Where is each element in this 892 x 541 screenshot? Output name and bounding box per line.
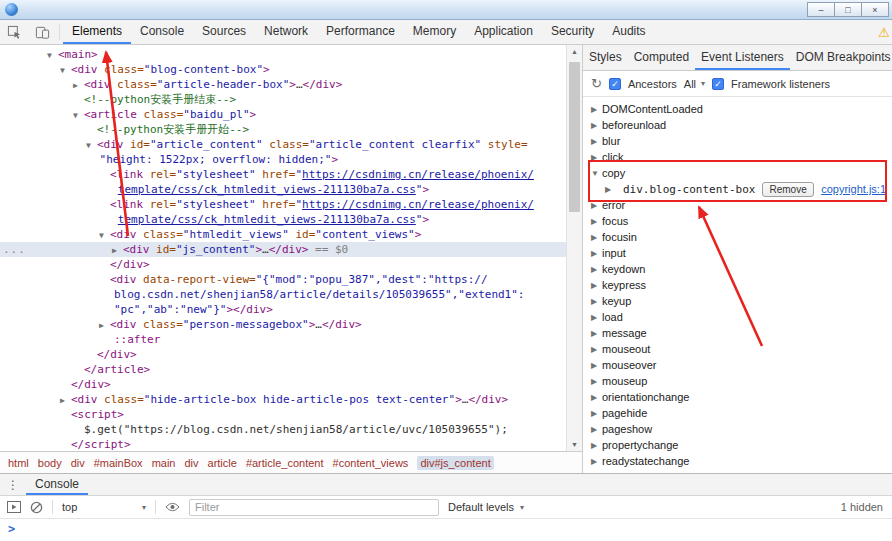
disclosure-arrow-icon[interactable]: ▶ [591,345,602,354]
disclosure-arrow-icon[interactable]: ▶ [591,425,602,434]
disclosure-arrow-icon[interactable]: ▶ [591,217,602,226]
disclosure-arrow-icon[interactable]: ▶ [591,409,602,418]
tab-console-drawer[interactable]: Console [26,474,88,495]
event-listener-row[interactable]: ▶message [583,325,892,341]
event-listener-row[interactable]: ▶pageshow [583,421,892,437]
dom-tree-line[interactable]: <script> [0,407,566,422]
tab-console[interactable]: Console [131,20,193,44]
disclosure-arrow-icon[interactable]: ▶ [73,78,84,93]
device-toolbar-button[interactable] [28,20,56,44]
scroll-down-arrow[interactable]: ▼ [567,441,582,448]
disclosure-arrow-icon[interactable]: ▼ [60,63,71,78]
event-listener-row[interactable]: ▶load [583,309,892,325]
dom-tree-line[interactable]: template/css/ck_htmledit_views-211130ba7… [0,212,566,227]
disclosure-arrow-icon[interactable]: ▶ [591,281,602,290]
listener-category-select[interactable]: All ▾ [684,78,705,90]
console-prompt[interactable]: > [0,519,892,541]
breadcrumb-item[interactable]: #content_views [333,457,409,469]
event-listener-row[interactable]: ▶beforeunload [583,117,892,133]
dom-tree-line[interactable]: <!--python安装手册开始--> [0,122,566,137]
disclosure-arrow-icon[interactable]: ▶ [591,377,602,386]
event-listener-row[interactable]: ▶orientationchange [583,389,892,405]
disclosure-arrow-icon[interactable]: ▶ [112,243,123,258]
breadcrumb-item[interactable]: #mainBox [94,457,143,469]
elements-scrollbar[interactable]: ▲ ▼ [566,45,582,451]
tab-performance[interactable]: Performance [317,20,404,44]
drawer-menu-icon[interactable]: ⋮ [0,474,26,495]
disclosure-arrow-icon[interactable]: ▶ [591,441,602,450]
tab-security[interactable]: Security [542,20,603,44]
sidebar-tab-styles[interactable]: Styles [583,45,628,70]
sidebar-tab-event-listeners[interactable]: Event Listeners [695,45,790,70]
event-listener-row[interactable]: ▶mouseup [583,373,892,389]
dom-tree-line[interactable]: </script> [0,437,566,451]
dom-tree-line[interactable]: template/css/ck_htmledit_views-211130ba7… [0,182,566,197]
log-levels-select[interactable]: Default levels ▾ [448,501,524,513]
scroll-up-arrow[interactable]: ▲ [567,48,582,55]
dom-tree-line[interactable]: <link rel="stylesheet" href="https://csd… [0,167,566,182]
disclosure-arrow-icon[interactable]: ▼ [99,228,110,243]
disclosure-arrow-icon[interactable]: ▼ [73,108,84,123]
live-expression-button[interactable] [165,501,180,513]
event-listener-row[interactable]: ▶focus [583,213,892,229]
event-listener-row[interactable]: ▶error [583,197,892,213]
disclosure-arrow-icon[interactable]: ▶ [99,318,110,333]
dom-tree-line[interactable]: ▶<div class="article-header-box">…</div> [0,77,566,92]
minimize-button[interactable]: – [807,2,835,17]
close-button[interactable]: × [861,2,889,17]
disclosure-arrow-icon[interactable]: ▶ [591,201,602,210]
listener-source-link[interactable]: copyright.js:1 [821,183,886,195]
event-listener-row[interactable]: ▶click [583,149,892,165]
disclosure-arrow-icon[interactable]: ▶ [591,393,602,402]
context-selector[interactable]: top ▾ [62,501,146,513]
clear-console-button[interactable] [30,501,43,514]
console-filter-input[interactable] [189,499,439,516]
dom-tree-line[interactable]: ▼<div id="article_content" class="articl… [0,137,566,152]
tab-memory[interactable]: Memory [404,20,465,44]
dom-tree-line[interactable]: blog.csdn.net/shenjian58/article/details… [0,287,566,302]
sidebar-tab-computed[interactable]: Computed [628,45,695,70]
dom-tree-line[interactable]: ▼<article class="baidu_pl"> [0,107,566,122]
disclosure-arrow-icon[interactable]: ▶ [591,249,602,258]
breadcrumb-item[interactable]: body [38,457,62,469]
breadcrumb-item[interactable]: div [184,457,198,469]
event-listener-row[interactable]: ▶DOMContentLoaded [583,101,892,117]
dom-tree-line[interactable]: ▼<div class="blog-content-box"> [0,62,566,77]
dom-tree-line[interactable]: <link rel="stylesheet" href="https://csd… [0,197,566,212]
disclosure-arrow-icon[interactable]: ▶ [591,329,602,338]
disclosure-arrow-icon[interactable]: ▶ [591,313,602,322]
disclosure-arrow-icon[interactable]: ▶ [591,297,602,306]
dom-tree-line[interactable]: </article> [0,362,566,377]
event-listener-row[interactable]: ▶focusin [583,229,892,245]
disclosure-arrow-icon[interactable]: ▼ [591,169,602,178]
event-listener-row[interactable]: ▶pagehide [583,405,892,421]
console-sidebar-button[interactable] [7,501,21,513]
event-listener-row[interactable]: ▼copy [583,165,892,181]
tab-network[interactable]: Network [255,20,317,44]
disclosure-arrow-icon[interactable]: ▶ [591,265,602,274]
disclosure-arrow-icon[interactable]: ▶ [605,185,616,194]
scrollbar-thumb[interactable] [569,62,580,212]
event-listener-row[interactable]: ▶readystatechange [583,453,892,469]
disclosure-arrow-icon[interactable]: ▶ [591,153,602,162]
event-listener-row[interactable]: ▶propertychange [583,437,892,453]
disclosure-arrow-icon[interactable]: ▶ [591,121,602,130]
ancestors-checkbox[interactable]: ✓ [609,78,621,90]
event-listener-row[interactable]: ▶mouseout [583,341,892,357]
dom-tree-line[interactable]: ▼<div class="htmledit_views" id="content… [0,227,566,242]
tab-sources[interactable]: Sources [193,20,255,44]
disclosure-arrow-icon[interactable]: ▼ [86,138,97,153]
event-listener-row[interactable]: ▶keyup [583,293,892,309]
dom-tree-line[interactable]: ▼<main> [0,47,566,62]
disclosure-arrow-icon[interactable]: ▼ [47,48,58,63]
disclosure-arrow-icon[interactable]: ▶ [60,393,71,408]
breadcrumb-item[interactable]: html [8,457,29,469]
tab-application[interactable]: Application [465,20,542,44]
dom-tree-line[interactable]: <!--python安装手册结束--> [0,92,566,107]
dom-tree-line[interactable]: ...▶<div id="js_content">…</div> == $0 [0,242,566,257]
disclosure-arrow-icon[interactable]: ▶ [591,137,602,146]
listener-node-link[interactable]: div.blog-content-box [623,183,755,196]
dom-tree-line[interactable]: </div> [0,257,566,272]
event-listener-row[interactable]: ▶keydown [583,261,892,277]
event-listener-row[interactable]: ▶input [583,245,892,261]
